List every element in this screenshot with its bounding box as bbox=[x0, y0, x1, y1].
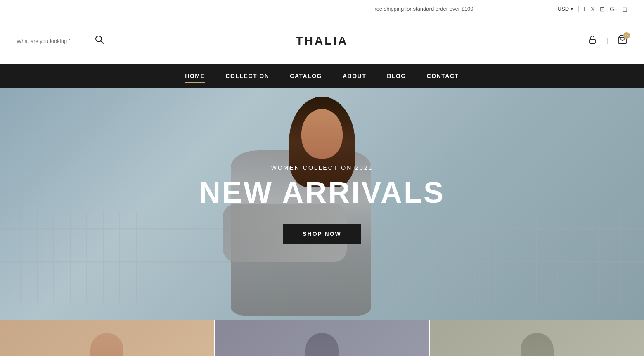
nav-item-catalog[interactable]: CATALOG bbox=[290, 71, 322, 81]
lock-icon bbox=[587, 35, 597, 45]
instagram-icon[interactable]: ◻ bbox=[623, 6, 627, 12]
social-icons: f 𝕏 ⊡ G+ ◻ bbox=[584, 6, 627, 12]
account-button[interactable] bbox=[587, 35, 597, 47]
top-banner: Free shipping for standard order over $1… bbox=[0, 0, 644, 18]
header-icons: 0 bbox=[424, 35, 627, 47]
hero-subtitle: WOMEN COLLECTION 2021 bbox=[199, 164, 445, 171]
top-right: USD ▾ f 𝕏 ⊡ G+ ◻ bbox=[558, 6, 627, 12]
preview-item-1[interactable] bbox=[0, 320, 214, 356]
cart-badge: 0 bbox=[623, 32, 630, 39]
nav-item-collection[interactable]: COLLECTION bbox=[225, 71, 269, 81]
svg-rect-2 bbox=[590, 39, 595, 43]
preview-item-2[interactable] bbox=[215, 320, 429, 356]
facebook-icon[interactable]: f bbox=[584, 6, 585, 12]
preview-strip bbox=[0, 320, 644, 356]
preview-shape-3 bbox=[521, 333, 554, 356]
currency-selector[interactable]: USD ▾ bbox=[558, 6, 573, 12]
preview-shape-2 bbox=[305, 333, 339, 356]
hero-content: WOMEN COLLECTION 2021 NEW ARRIVALS SHOP … bbox=[199, 164, 445, 244]
figure-face bbox=[301, 109, 343, 159]
nav-item-contact[interactable]: CONTACT bbox=[427, 71, 459, 81]
preview-shape-1 bbox=[90, 333, 123, 356]
search-input[interactable] bbox=[17, 38, 91, 44]
header: THALIA 0 bbox=[0, 18, 644, 64]
svg-line-1 bbox=[101, 41, 104, 44]
cart-button[interactable]: 0 bbox=[618, 35, 627, 47]
shop-now-button[interactable]: SHOP NOW bbox=[283, 224, 361, 244]
header-search bbox=[17, 35, 220, 47]
hero-title: NEW ARRIVALS bbox=[199, 178, 445, 207]
camera-icon[interactable]: ⊡ bbox=[600, 6, 605, 12]
divider bbox=[578, 6, 579, 12]
nav-item-about[interactable]: ABOUT bbox=[343, 71, 366, 81]
nav-item-blog[interactable]: BLOG bbox=[387, 71, 406, 81]
hero-section: WOMEN COLLECTION 2021 NEW ARRIVALS SHOP … bbox=[0, 88, 644, 320]
preview-item-3[interactable] bbox=[430, 320, 644, 356]
logo: THALIA bbox=[220, 34, 424, 47]
search-icon bbox=[95, 35, 104, 44]
googleplus-icon[interactable]: G+ bbox=[610, 6, 618, 12]
main-nav: HOME COLLECTION CATALOG ABOUT BLOG CONTA… bbox=[0, 64, 644, 88]
twitter-icon[interactable]: 𝕏 bbox=[590, 6, 595, 12]
search-button[interactable] bbox=[95, 35, 104, 47]
nav-item-home[interactable]: HOME bbox=[185, 71, 205, 81]
shipping-notice: Free shipping for standard order over $1… bbox=[287, 6, 557, 12]
header-divider bbox=[607, 38, 608, 44]
